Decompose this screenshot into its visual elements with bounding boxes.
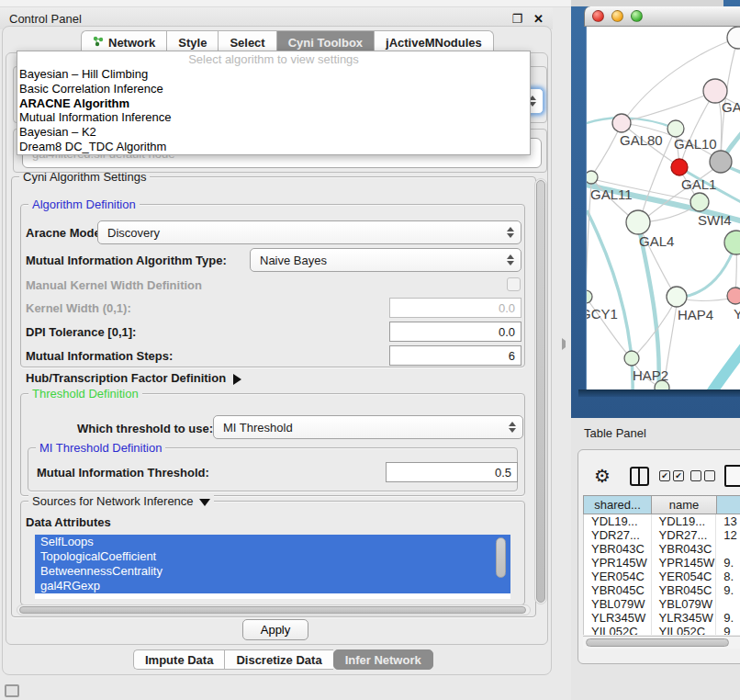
network-node-swi4[interactable] <box>690 193 709 211</box>
mi-steps-input[interactable]: 6 <box>389 345 521 366</box>
table-cell[interactable]: YBR045C <box>584 583 652 597</box>
settings-hscrollbar[interactable] <box>17 604 531 615</box>
algorithm-option-dream8-dc-tdc-algorithm[interactable]: Dream8 DC_TDC Algorithm <box>17 140 530 154</box>
manual-kernel-checkbox[interactable] <box>507 277 521 291</box>
table-row[interactable]: YBR043CYBR043C <box>584 542 740 556</box>
algorithm-option-bayesian-hill-climbing[interactable]: Bayesian – Hill Climbing <box>17 67 530 82</box>
kernel-width-input[interactable]: 0.0 <box>389 298 521 318</box>
table-cell[interactable]: YBR043C <box>584 542 652 556</box>
settings-hscrollbar-thumb[interactable] <box>19 606 526 614</box>
network-node[interactable] <box>727 27 740 49</box>
table-row[interactable]: YPR145WYPR145W9. <box>584 556 740 570</box>
table-cell[interactable]: YIL052C <box>584 625 652 635</box>
column-header-name[interactable]: name <box>651 495 716 514</box>
gear-icon[interactable]: ⚙ <box>594 463 611 489</box>
page-icon[interactable] <box>724 465 740 487</box>
table-row[interactable]: YER054CYER054C8. <box>584 570 740 583</box>
network-node-gal4[interactable] <box>626 210 650 234</box>
network-window-titlebar[interactable] <box>584 6 740 27</box>
float-icon[interactable]: ❐ <box>511 13 522 25</box>
table-cell[interactable]: YDR27... <box>652 528 717 542</box>
network-node-hap2[interactable] <box>624 351 639 366</box>
aracne-mode-combobox[interactable]: Discovery <box>97 220 521 244</box>
attributes-scrollbar-thumb[interactable] <box>496 537 506 578</box>
table-cell[interactable]: YBR045C <box>652 583 717 597</box>
data-attributes-list[interactable]: SelfLoopsTopologicalCoefficientBetweenne… <box>35 535 510 599</box>
table-cell[interactable]: YER054C <box>652 570 717 583</box>
aracne-mode-label: Aracne Mode: <box>26 226 105 240</box>
network-node-hap4[interactable] <box>667 287 687 307</box>
network-node-gal1[interactable] <box>671 159 688 175</box>
table-cell[interactable]: YLR345W <box>652 611 717 625</box>
tab-discretize-data[interactable]: Discretize Data <box>224 649 332 670</box>
table-cell[interactable] <box>716 542 740 556</box>
mi-threshold-input[interactable]: 0.5 <box>386 462 518 482</box>
table-cell[interactable]: YER054C <box>584 570 652 583</box>
column-header-shared[interactable]: shared... <box>583 495 651 514</box>
table-cell[interactable] <box>716 597 740 611</box>
table-cell[interactable]: YDL19... <box>652 514 717 528</box>
network-node[interactable] <box>710 151 732 173</box>
table-hscrollbar[interactable] <box>583 636 740 649</box>
which-threshold-combobox[interactable]: MI Threshold <box>213 415 523 439</box>
table-cell[interactable]: 9. <box>716 556 740 570</box>
network-view-canvas[interactable]: GALGAL80GAL10GAL1GAL11SWI4GAL4GCY1HAP4YH… <box>586 27 740 390</box>
network-node-gal10[interactable] <box>667 120 684 137</box>
tab-infer-network[interactable]: Infer Network <box>333 649 433 670</box>
table-cell[interactable]: 9. <box>716 583 740 597</box>
network-node-gcy1[interactable] <box>587 290 592 303</box>
table-cell[interactable]: YDR27... <box>584 528 652 542</box>
minimize-window-icon[interactable] <box>611 10 623 22</box>
table-row[interactable]: YBL079WYBL079W <box>584 597 740 611</box>
settings-vscrollbar[interactable] <box>534 178 547 604</box>
table-cell[interactable]: YBL079W <box>652 597 717 611</box>
apply-button[interactable]: Apply <box>242 619 308 640</box>
algorithm-option-basic-correlation-inference[interactable]: Basic Correlation Inference <box>17 82 530 96</box>
select-all-icon[interactable]: ✔✔ <box>659 470 684 481</box>
close-icon[interactable]: ✕ <box>533 13 544 25</box>
algorithm-option-bayesian-k2[interactable]: Bayesian – K2 <box>17 125 530 140</box>
settings-vscrollbar-thumb[interactable] <box>536 180 545 603</box>
table-row[interactable]: YDR27...YDR27...12 <box>584 528 740 542</box>
table-cell[interactable]: YBR043C <box>652 542 717 556</box>
dpi-tolerance-input[interactable]: 0.0 <box>389 322 521 342</box>
attribute-item-selfloops[interactable]: SelfLoops <box>35 535 510 549</box>
table-cell[interactable]: 9. <box>716 611 740 625</box>
columns-icon[interactable] <box>630 467 649 486</box>
table-row[interactable]: YDL19...YDL19...13 <box>584 514 740 528</box>
table-cell[interactable]: 9 <box>716 625 740 635</box>
network-node[interactable] <box>724 231 740 254</box>
network-node-y[interactable] <box>727 288 740 304</box>
deselect-all-icon[interactable] <box>690 470 715 481</box>
table-cell[interactable]: 8. <box>716 570 740 583</box>
table-hscrollbar-thumb[interactable] <box>586 638 729 647</box>
table-cell[interactable]: YPR145W <box>584 556 652 570</box>
sources-title[interactable]: Sources for Network Inference <box>28 494 214 508</box>
table-cell[interactable]: YLR345W <box>584 611 652 625</box>
table-cell[interactable]: YPR145W <box>652 556 717 570</box>
table-row[interactable]: YLR345WYLR345W9. <box>584 611 740 625</box>
close-window-icon[interactable] <box>592 10 604 22</box>
network-node-gal11[interactable] <box>587 171 598 184</box>
algorithm-option-aracne-algorithm[interactable]: ARACNE Algorithm <box>17 96 530 111</box>
table-row[interactable]: YIL052CYIL052C9 <box>584 625 740 635</box>
table-cell[interactable]: 12 <box>716 528 740 542</box>
network-node-gal80[interactable] <box>612 114 631 132</box>
minimized-panel-icon[interactable] <box>5 684 19 697</box>
hub-definition-toggle[interactable]: Hub/Transcription Factor Definition <box>26 371 241 385</box>
table-cell[interactable]: YIL052C <box>652 625 717 635</box>
table-cell[interactable]: 13 <box>716 514 740 528</box>
zoom-window-icon[interactable] <box>631 10 643 22</box>
table-cell[interactable]: YBL079W <box>584 597 652 611</box>
attribute-item-topologicalcoefficient[interactable]: TopologicalCoefficient <box>35 549 510 564</box>
column-header-partial[interactable] <box>716 495 740 514</box>
combo-arrows-icon <box>507 254 514 265</box>
attribute-item-betweennesscentrality[interactable]: BetweennessCentrality <box>35 564 510 579</box>
tab-impute-data[interactable]: Impute Data <box>133 649 224 670</box>
splitter-grip[interactable] <box>562 338 570 350</box>
mi-type-combobox[interactable]: Naive Bayes <box>250 248 521 272</box>
table-row[interactable]: YBR045CYBR045C9. <box>584 583 740 597</box>
algorithm-option-mutual-information-inference[interactable]: Mutual Information Inference <box>17 110 530 125</box>
attribute-item-gal4rgexp[interactable]: gal4RGexp <box>35 579 510 593</box>
table-cell[interactable]: YDL19... <box>584 514 652 528</box>
